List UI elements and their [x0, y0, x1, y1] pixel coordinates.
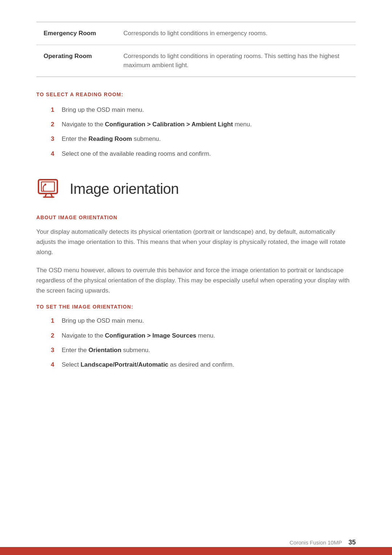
step-text: Bring up the OSD main menu.: [62, 105, 356, 115]
step-number: 4: [51, 360, 62, 370]
list-item: 4 Select one of the available reading ro…: [51, 149, 356, 159]
section-title-text: Image orientation: [70, 181, 179, 197]
step-number: 3: [51, 346, 62, 355]
list-item: 3 Enter the Reading Room submenu.: [51, 134, 356, 144]
select-reading-room-section: To select a reading room: 1 Bring up the…: [36, 91, 356, 159]
step-text: Select one of the available reading room…: [62, 149, 356, 159]
step-text: Navigate to the Configuration > Image So…: [62, 331, 356, 340]
step-text: Bring up the OSD main menu.: [62, 316, 356, 326]
table-cell-label: Operating Room: [36, 45, 116, 77]
red-accent-bar: [0, 547, 392, 555]
list-item: 2 Navigate to the Configuration > Calibr…: [51, 120, 356, 129]
table-cell-description: Corresponds to light conditions in emerg…: [116, 22, 356, 45]
step-number: 1: [51, 105, 62, 115]
footer-brand: Coronis Fusion 10MP: [290, 539, 342, 546]
image-orientation-icon: [36, 177, 61, 201]
step-text: Navigate to the Configuration > Calibrat…: [62, 120, 356, 129]
table-row: Emergency Room Corresponds to light cond…: [36, 22, 356, 45]
list-item: 3 Enter the Orientation submenu.: [51, 346, 356, 355]
step-number: 3: [51, 134, 62, 144]
list-item: 4 Select Landscape/Portrait/Automatic as…: [51, 360, 356, 370]
set-orientation-steps: 1 Bring up the OSD main menu. 2 Navigate…: [36, 316, 356, 370]
reading-room-table: Emergency Room Corresponds to light cond…: [36, 22, 356, 77]
inline-bold: Configuration > Calibration > Ambient Li…: [105, 121, 233, 128]
set-orientation-heading: To set the image orientation:: [36, 304, 356, 310]
step-number: 2: [51, 120, 62, 129]
inline-bold: Landscape/Portrait/Automatic: [81, 361, 168, 368]
step-number: 4: [51, 149, 62, 159]
footer-page-number: 35: [348, 539, 356, 546]
about-orientation-heading: About image orientation: [36, 215, 356, 220]
select-reading-room-steps: 1 Bring up the OSD main menu. 2 Navigate…: [36, 105, 356, 159]
step-text: Select Landscape/Portrait/Automatic as d…: [62, 360, 356, 370]
section-title-container: Image orientation: [36, 177, 356, 201]
table-cell-label: Emergency Room: [36, 22, 116, 45]
inline-bold: Reading Room: [89, 135, 132, 142]
step-number: 1: [51, 316, 62, 326]
table-cell-description: Corresponds to light conditions in opera…: [116, 45, 356, 77]
inline-bold: Orientation: [89, 347, 122, 354]
image-orientation-section: Image orientation About image orientatio…: [36, 177, 356, 370]
inline-bold: Configuration > Image Sources: [105, 332, 196, 339]
step-text: Enter the Reading Room submenu.: [62, 134, 356, 144]
about-orientation-text-1: Your display automatically detects its p…: [36, 227, 356, 257]
table-row: Operating Room Corresponds to light cond…: [36, 45, 356, 77]
step-text: Enter the Orientation submenu.: [62, 346, 356, 355]
step-number: 2: [51, 331, 62, 340]
list-item: 1 Bring up the OSD main menu.: [51, 316, 356, 326]
list-item: 1 Bring up the OSD main menu.: [51, 105, 356, 115]
select-reading-room-heading: To select a reading room:: [36, 91, 356, 97]
list-item: 2 Navigate to the Configuration > Image …: [51, 331, 356, 340]
about-orientation-text-2: The OSD menu however, allows to overrule…: [36, 265, 356, 296]
